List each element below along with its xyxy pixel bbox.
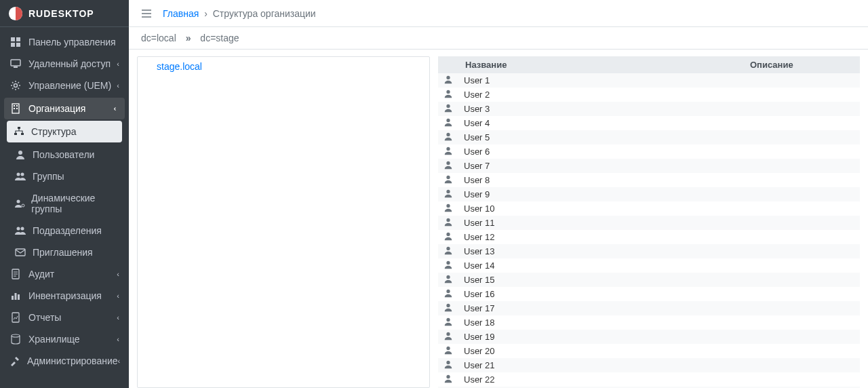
table-row[interactable]: User 20: [438, 344, 860, 358]
table-row[interactable]: User 8: [438, 173, 860, 187]
table-row[interactable]: User 11: [438, 216, 860, 230]
user-icon: [443, 303, 453, 312]
table-row[interactable]: User 15: [438, 273, 860, 287]
svg-rect-10: [16, 105, 18, 106]
svg-point-45: [446, 290, 450, 293]
cell-name: User 21: [458, 358, 743, 372]
cell-name: User 12: [458, 230, 743, 244]
brand[interactable]: RUDESKTOP: [0, 0, 129, 27]
svg-point-34: [446, 133, 450, 136]
svg-point-33: [446, 119, 450, 122]
subnav-users[interactable]: Пользователи: [0, 144, 129, 166]
brand-text: RUDESKTOP: [28, 8, 94, 19]
cell-name: User 7: [458, 159, 743, 173]
cell-name: User 16: [458, 287, 743, 301]
subnav-dynamic-groups[interactable]: Динамические группы: [0, 187, 129, 220]
svg-rect-26: [15, 293, 17, 300]
table-row[interactable]: User 19: [438, 330, 860, 344]
cell-name: User 11: [458, 216, 743, 230]
main: Главная › Структура организации dc=local…: [129, 0, 868, 388]
svg-rect-2: [16, 37, 20, 41]
cell-desc: [743, 315, 860, 330]
envelope-icon: [15, 247, 27, 258]
subnav-invites[interactable]: Приглашения: [0, 241, 129, 263]
svg-point-41: [446, 233, 450, 236]
hamburger-icon[interactable]: [141, 8, 152, 19]
nav-label: Управление (UEM): [28, 80, 111, 91]
brand-logo-icon: [8, 6, 23, 21]
nav-storage[interactable]: Хранилище ‹: [0, 328, 129, 350]
svg-point-42: [446, 247, 450, 250]
nav-dashboard[interactable]: Панель управления: [0, 31, 129, 53]
table-row[interactable]: User 16: [438, 287, 860, 301]
svg-point-39: [446, 204, 450, 208]
table-row[interactable]: User 18: [438, 315, 860, 330]
table-row[interactable]: User 1: [438, 73, 860, 88]
table-row[interactable]: User 13: [438, 244, 860, 258]
content: stage.local Название Описание User 1User…: [129, 50, 868, 388]
table-row[interactable]: User 17: [438, 301, 860, 315]
dashboard-icon: [9, 37, 22, 47]
path-bar: dc=local » dc=stage: [129, 27, 868, 50]
cell-desc: [743, 116, 860, 130]
user-icon: [443, 345, 453, 355]
org-subnav: Структура Пользователи Группы Динамическ…: [0, 121, 129, 263]
svg-point-17: [17, 173, 20, 176]
user-icon: [443, 217, 453, 227]
table-row[interactable]: User 9: [438, 187, 860, 201]
nav-remote-access[interactable]: Удаленный доступ ‹: [0, 53, 129, 75]
svg-point-32: [446, 104, 450, 108]
users-icon: [15, 171, 27, 182]
table-row[interactable]: User 5: [438, 130, 860, 144]
subnav-structure[interactable]: Структура: [7, 121, 122, 142]
table-row[interactable]: User 21: [438, 358, 860, 372]
svg-point-29: [12, 334, 20, 337]
table-row[interactable]: User 14: [438, 258, 860, 273]
nav-audit[interactable]: Аудит ‹: [0, 263, 129, 285]
nav-organization[interactable]: Организация ⌄: [4, 98, 125, 119]
nav-admin[interactable]: Администрирование ‹: [0, 350, 129, 372]
col-name[interactable]: Название: [458, 56, 743, 73]
nav-uem[interactable]: Управление (UEM) ‹: [0, 75, 129, 96]
cell-name: User 1: [458, 73, 743, 88]
cell-name: User 2: [458, 88, 743, 102]
nav-label: Панель управления: [28, 37, 116, 47]
cell-desc: [743, 187, 860, 201]
path-segment-1[interactable]: dc=local: [141, 33, 176, 43]
cell-name: User 20: [458, 344, 743, 358]
table-row[interactable]: User 12: [438, 230, 860, 244]
table-row[interactable]: User 2: [438, 88, 860, 102]
subnav-label: Динамические группы: [31, 193, 119, 214]
sitemap-icon: [14, 126, 26, 137]
subnav-groups[interactable]: Группы: [0, 166, 129, 187]
tree-root[interactable]: stage.local: [138, 57, 429, 76]
col-desc[interactable]: Описание: [743, 56, 860, 73]
path-separator: »: [186, 33, 191, 43]
table-row[interactable]: User 7: [438, 159, 860, 173]
table-row[interactable]: User 4: [438, 116, 860, 130]
path-segment-2[interactable]: dc=stage: [200, 33, 239, 43]
cell-desc: [743, 130, 860, 144]
cell-desc: [743, 201, 860, 216]
sidebar-nav: Панель управления Удаленный доступ ‹ Упр…: [0, 27, 129, 388]
svg-rect-5: [11, 60, 20, 66]
breadcrumb-home[interactable]: Главная: [163, 8, 199, 19]
chevron-left-icon: ‹: [117, 335, 119, 343]
cell-name: User 22: [458, 372, 743, 387]
table-row[interactable]: User 22: [438, 372, 860, 387]
chart-icon: [9, 290, 22, 301]
remote-icon: [9, 58, 22, 69]
table-row[interactable]: User 6: [438, 144, 860, 159]
table-row[interactable]: User 3: [438, 102, 860, 116]
chevron-left-icon: ‹: [117, 81, 119, 90]
subnav-departments[interactable]: Подразделения: [0, 220, 129, 241]
user-icon: [443, 117, 453, 127]
svg-point-43: [446, 261, 450, 265]
svg-point-40: [446, 218, 450, 222]
user-icon: [443, 331, 453, 341]
nav-reports[interactable]: Отчеты ‹: [0, 307, 129, 328]
nav-inventory[interactable]: Инвентаризация ‹: [0, 285, 129, 307]
table-row[interactable]: User 10: [438, 201, 860, 216]
svg-rect-23: [16, 249, 25, 256]
chevron-left-icon: ‹: [117, 313, 119, 322]
